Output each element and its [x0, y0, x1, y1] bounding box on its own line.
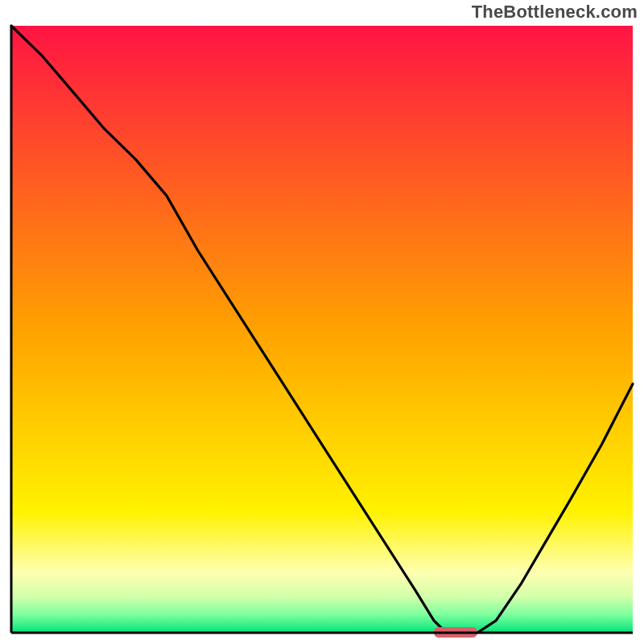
chart-container: TheBottleneck.com	[0, 0, 644, 644]
bottleneck-chart	[0, 0, 644, 644]
watermark-text: TheBottleneck.com	[472, 2, 638, 23]
plot-background	[11, 26, 633, 633]
